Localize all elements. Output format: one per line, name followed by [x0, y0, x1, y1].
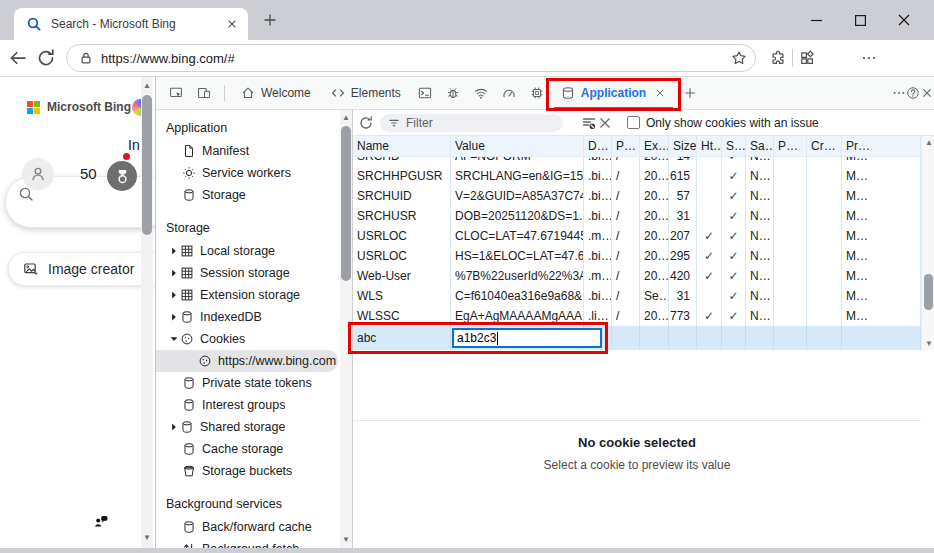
column-header-size[interactable]: Size	[669, 136, 697, 156]
microsoft-bing-logo[interactable]: Microsoft Bing	[27, 100, 131, 114]
image-creator-button[interactable]: Image creator	[8, 252, 155, 286]
scroll-up-icon[interactable]: ▲	[141, 81, 153, 90]
delete-selected-icon[interactable]	[597, 115, 613, 131]
cookie-row-usrloc[interactable]: USRLOCCLOC=LAT=47.6719445….m…/20…207✓✓N……	[353, 226, 921, 246]
inspect-button[interactable]	[162, 79, 190, 107]
cookie-row-usrloc[interactable]: USRLOCHS=1&ELOC=LAT=47.6….bi…/20…295✓✓N……	[353, 246, 921, 266]
sidebar-item-storage-buckets[interactable]: Storage buckets	[156, 460, 352, 482]
apps-collections-icon[interactable]	[799, 50, 815, 66]
column-header-value[interactable]: Value	[451, 136, 584, 156]
sidebar-item-private-state-tokens[interactable]: Private state tokens	[156, 372, 352, 394]
refresh-cookies-icon[interactable]	[358, 115, 374, 131]
chevron-right-icon[interactable]	[168, 421, 180, 433]
column-header-partition[interactable]: P…	[774, 136, 807, 156]
tab-application[interactable]: Application	[551, 77, 676, 110]
tab-close-icon[interactable]	[226, 18, 238, 30]
column-header-secure[interactable]: S…	[722, 136, 746, 156]
sidebar-item-interest-groups[interactable]: Interest groups	[156, 394, 352, 416]
maximize-button[interactable]	[838, 5, 882, 35]
filter-input[interactable]: Filter	[380, 114, 563, 132]
favorites-star-icon[interactable]	[731, 50, 747, 66]
close-icon[interactable]	[654, 87, 666, 99]
chevron-right-icon[interactable]	[168, 289, 180, 301]
scroll-up-icon[interactable]: ▲	[922, 138, 934, 147]
cookie-row-web-user[interactable]: Web-User%7B%22userId%22%3A….m…/20…420✓✓N…	[353, 266, 921, 286]
lock-icon[interactable]	[79, 51, 93, 65]
sidebar-item-session-storage[interactable]: Session storage	[156, 262, 352, 284]
scroll-down-icon[interactable]: ▼	[922, 339, 934, 348]
rewards-points[interactable]: 50	[80, 165, 97, 182]
column-header-path[interactable]: P…	[612, 136, 640, 156]
sidebar-scrollbar[interactable]: ▲ ▼	[340, 110, 352, 548]
column-header-expires[interactable]: Ex…	[640, 136, 669, 156]
sidebar-item-back-forward-cache[interactable]: Back/forward cache	[156, 516, 352, 538]
table-scrollbar[interactable]: ▲ ▼	[921, 136, 934, 350]
minimize-button[interactable]	[794, 5, 838, 35]
signin-label[interactable]: In	[128, 137, 140, 153]
page-scrollbar[interactable]: ▲ ▼	[141, 77, 153, 548]
sidebar-item-cookies[interactable]: Cookies	[156, 328, 352, 350]
cookie-row-wls[interactable]: WLSC=f61040ea316e9a68&….bi…/Se…31✓N…M…	[353, 286, 921, 306]
tab-performance[interactable]	[495, 79, 523, 107]
close-devtools-icon[interactable]	[920, 86, 934, 100]
sidebar-item-storage[interactable]: Storage	[156, 184, 352, 206]
tab-welcome[interactable]: Welcome	[231, 77, 321, 110]
scroll-up-icon[interactable]: ▲	[340, 113, 352, 122]
tab-debugger[interactable]	[439, 79, 467, 107]
sidebar-item-indexeddb[interactable]: IndexedDB	[156, 306, 352, 328]
extensions-puzzle-icon[interactable]	[770, 50, 786, 66]
search-icon[interactable]	[18, 186, 34, 202]
sidebar-item-shared-storage[interactable]: Shared storage	[156, 416, 352, 438]
sidebar-item-https-www-bing-com[interactable]: https://www.bing.com	[156, 350, 352, 372]
chevron-down-icon[interactable]	[168, 333, 180, 345]
scroll-down-icon[interactable]: ▼	[141, 533, 153, 542]
address-bar[interactable]: https://www.bing.com/#	[66, 44, 756, 72]
close-window-button[interactable]	[882, 5, 926, 35]
scrollbar-thumb[interactable]	[142, 95, 152, 235]
cookie-row-srchusr[interactable]: SRCHUSRDOB=20251120&DS=1….bi…/20…31✓N…M…	[353, 206, 921, 226]
tab-network[interactable]	[467, 79, 495, 107]
browser-tab[interactable]: Search - Microsoft Bing	[14, 8, 248, 40]
chevron-right-icon[interactable]	[168, 245, 180, 257]
cookie-row-editing[interactable]: abca1b2c3	[353, 326, 921, 350]
chevron-right-icon[interactable]	[168, 267, 180, 279]
sidebar-item-background-fetch[interactable]: Background fetch	[156, 538, 352, 548]
scrollbar-thumb[interactable]	[341, 126, 351, 281]
tab-elements[interactable]: Elements	[321, 77, 411, 110]
more-tabs-button[interactable]	[676, 79, 704, 107]
scrollbar-thumb[interactable]	[924, 274, 933, 310]
scroll-down-icon[interactable]: ▼	[340, 535, 352, 544]
issues-checkbox[interactable]	[627, 116, 640, 129]
cookie-row[interactable]: SRCHDAF=NOFORM.bi…/20…14✓N…M…	[353, 157, 921, 166]
cookie-row-srchhpgusr[interactable]: SRCHHPGUSRSRCHLANG=en&IG=151….bi…/20…615…	[353, 166, 921, 186]
sidebar-item-local-storage[interactable]: Local storage	[156, 240, 352, 262]
column-header-same_site[interactable]: Sa…	[746, 136, 774, 156]
new-tab-button[interactable]	[262, 12, 278, 28]
tab-console[interactable]	[411, 79, 439, 107]
sidebar-item-manifest[interactable]: Manifest	[156, 140, 352, 162]
cookie-row-srchuid[interactable]: SRCHUIDV=2&GUID=A85A37C74….bi…/20…57✓N…M…	[353, 186, 921, 206]
column-header-cross_site[interactable]: Cr…	[807, 136, 842, 156]
sidebar-item-cache-storage[interactable]: Cache storage	[156, 438, 352, 460]
cookie-value-edit-input[interactable]: a1b2c3	[452, 328, 602, 348]
column-header-name[interactable]: Name	[353, 136, 451, 156]
sidebar-item-extension-storage[interactable]: Extension storage	[156, 284, 352, 306]
tab-memory[interactable]	[523, 79, 551, 107]
cookie-row-wlssc[interactable]: WLSSCEgA+AgMAAAAMgAAA….li…/20…773✓✓N…M…	[353, 306, 921, 326]
device-toolbar-button[interactable]	[190, 79, 218, 107]
column-header-domain[interactable]: D…	[584, 136, 612, 156]
sidebar-item-service-workers[interactable]: Service workers	[156, 162, 352, 184]
clear-all-cookies-icon[interactable]	[581, 115, 597, 131]
url-text[interactable]: https://www.bing.com/#	[101, 51, 731, 66]
more-options-icon[interactable]	[892, 86, 906, 100]
feedback-icon[interactable]	[93, 513, 109, 529]
chevron-right-icon[interactable]	[168, 311, 180, 323]
rewards-medal-icon[interactable]	[107, 161, 137, 191]
column-header-http_only[interactable]: Ht…	[697, 136, 722, 156]
column-header-priority[interactable]: Pr…	[842, 136, 921, 156]
help-icon[interactable]	[906, 86, 920, 100]
settings-more-icon[interactable]	[861, 50, 877, 66]
back-button[interactable]	[8, 48, 28, 68]
toolbar-divider	[224, 85, 225, 101]
refresh-button[interactable]	[36, 48, 56, 68]
